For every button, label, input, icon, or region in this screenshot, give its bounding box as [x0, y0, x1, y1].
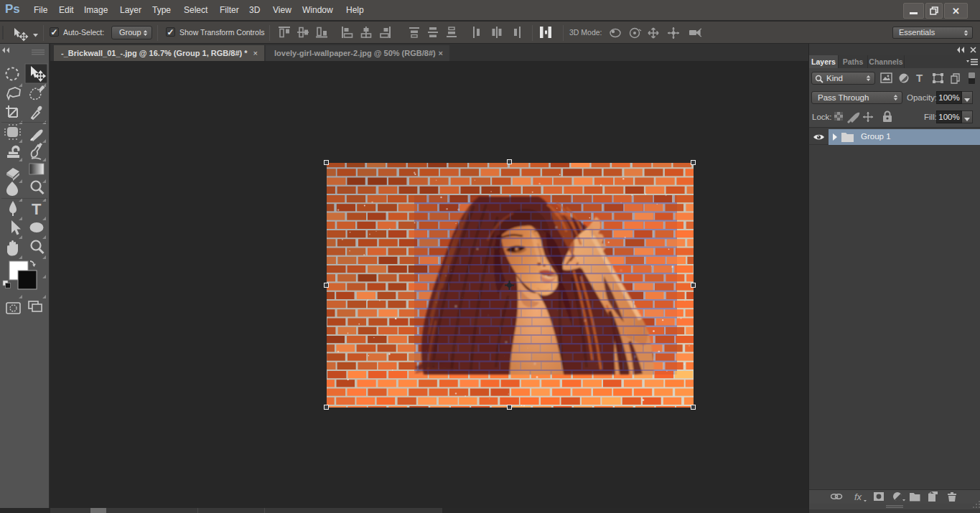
svg-text:T: T	[32, 200, 42, 218]
svg-text:T: T	[916, 72, 923, 84]
svg-text:fx: fx	[854, 491, 862, 502]
